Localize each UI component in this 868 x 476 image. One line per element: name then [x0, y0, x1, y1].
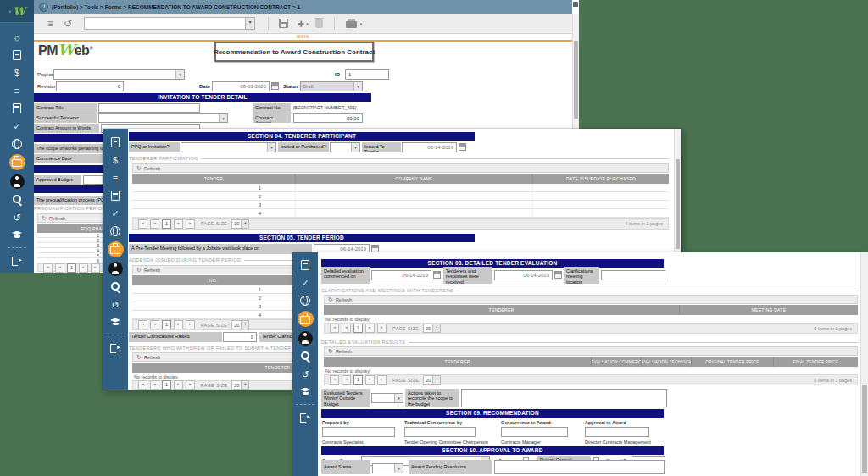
logout-icon[interactable]	[10, 255, 24, 267]
page-size-select[interactable]: 20	[423, 324, 441, 333]
award-pending-input[interactable]	[494, 460, 665, 474]
clarifications-location-input[interactable]	[601, 270, 665, 280]
user-avatar-icon[interactable]	[108, 262, 123, 276]
vertical-scrollbar[interactable]	[860, 252, 868, 476]
next-page-button[interactable]	[365, 375, 375, 385]
current-page[interactable]: 1	[67, 263, 76, 273]
scrollbar-thumb[interactable]	[574, 41, 578, 119]
refresh-button[interactable]: Refresh	[132, 163, 669, 173]
current-page[interactable]: 1	[162, 320, 171, 329]
graduation-cap-icon[interactable]	[298, 386, 312, 398]
search-icon[interactable]	[298, 351, 312, 363]
last-page-button[interactable]	[186, 219, 195, 229]
project-select[interactable]	[53, 69, 185, 80]
clarifications-raised-input[interactable]: 0	[223, 332, 257, 342]
next-page-button[interactable]	[174, 380, 183, 390]
first-page-button[interactable]	[330, 324, 339, 333]
prev-page-button[interactable]	[342, 324, 351, 333]
id-input[interactable]: 1	[345, 69, 389, 80]
logout-icon[interactable]	[108, 342, 122, 354]
responses-received-date-input[interactable]: 06-14-2019	[494, 270, 553, 280]
document-icon[interactable]	[108, 136, 122, 148]
print-menu-caret[interactable]: ▾	[360, 21, 363, 26]
prev-page-button[interactable]	[342, 375, 351, 385]
status-select[interactable]: Draft	[300, 81, 363, 91]
concurrence-award-input[interactable]	[501, 427, 568, 437]
last-page-button[interactable]	[377, 375, 387, 385]
document-icon[interactable]	[10, 49, 24, 61]
contract-title-input[interactable]	[98, 103, 200, 113]
invited-or-purchased-select[interactable]	[330, 142, 360, 152]
prepared-by-input[interactable]	[322, 427, 395, 437]
search-icon[interactable]	[108, 281, 122, 293]
prev-page-button[interactable]	[55, 263, 64, 273]
actions-taken-input[interactable]	[461, 389, 667, 407]
evaluated-tenders-select[interactable]	[371, 393, 403, 403]
next-page-button[interactable]	[79, 263, 88, 273]
detailed-evaluation-date-input[interactable]: 06-14-2019	[371, 270, 431, 280]
award-status-select[interactable]	[372, 463, 403, 473]
last-page-button[interactable]	[186, 380, 195, 390]
dollar-icon[interactable]: $	[10, 67, 24, 79]
prev-page-button[interactable]	[150, 320, 159, 329]
successful-tenderer-select[interactable]	[98, 113, 228, 123]
history-icon[interactable]: ↺	[298, 368, 312, 380]
history-icon[interactable]: ↺	[108, 299, 122, 311]
next-page-button[interactable]	[174, 320, 183, 329]
print-icon[interactable]	[346, 21, 357, 28]
scrollbar-thumb[interactable]	[676, 159, 680, 249]
search-icon[interactable]	[10, 194, 24, 206]
save-icon[interactable]	[279, 19, 288, 28]
calculator-icon[interactable]	[10, 102, 24, 114]
first-page-button[interactable]	[138, 320, 147, 329]
list-lines-icon[interactable]: ≡	[10, 85, 24, 97]
table-row[interactable]: 3	[132, 201, 669, 209]
briefcase-icon[interactable]	[9, 154, 25, 170]
calendar-icon[interactable]	[459, 143, 466, 151]
breadcrumb[interactable]: (Portfolio) > Tools > Forms > RECOMMENDA…	[52, 4, 305, 10]
dollar-icon[interactable]: $	[108, 154, 122, 166]
last-page-button[interactable]	[91, 263, 100, 273]
calendar-icon[interactable]	[271, 82, 279, 90]
scrollbar-thumb[interactable]	[862, 385, 867, 473]
current-page[interactable]: 1	[353, 324, 363, 333]
prev-page-button[interactable]	[150, 380, 159, 390]
graduation-cap-icon[interactable]	[108, 317, 122, 329]
check-icon[interactable]: ✓	[108, 208, 122, 219]
approval-award-input[interactable]	[585, 427, 649, 437]
table-row[interactable]: 2	[132, 192, 669, 201]
first-page-button[interactable]	[43, 263, 53, 273]
record-selector-combobox[interactable]	[84, 17, 255, 30]
globe-icon[interactable]	[298, 295, 312, 307]
table-row[interactable]: 4	[132, 209, 669, 218]
ppq-or-invitation-select[interactable]	[181, 142, 276, 152]
globe-icon[interactable]	[10, 138, 24, 150]
page-size-select[interactable]: 20	[423, 375, 441, 385]
contract-amount-input[interactable]: $0.00	[293, 113, 363, 123]
list-lines-icon[interactable]: ≡	[108, 172, 122, 184]
technical-concurrence-input[interactable]	[404, 427, 476, 437]
first-page-button[interactable]	[330, 375, 339, 385]
date-input[interactable]: 08-03-2020	[212, 81, 270, 91]
current-page[interactable]: 1	[162, 219, 171, 229]
next-page-button[interactable]	[174, 219, 183, 229]
scroll-top-icon[interactable]	[573, 2, 578, 7]
prev-page-button[interactable]	[150, 219, 159, 229]
delete-icon[interactable]	[315, 19, 323, 28]
list-view-icon[interactable]: ≡	[47, 19, 53, 29]
user-avatar-icon[interactable]	[298, 331, 313, 346]
undo-icon[interactable]: ↺	[64, 19, 72, 29]
page-size-select[interactable]: 20	[231, 380, 249, 390]
calculator-icon[interactable]	[298, 259, 312, 271]
last-page-button[interactable]	[186, 320, 195, 329]
check-icon[interactable]: ✓	[298, 277, 312, 289]
user-avatar-icon[interactable]	[10, 174, 25, 189]
revision-input[interactable]: 0	[56, 81, 124, 91]
bulb-icon[interactable]: ☼	[10, 31, 24, 43]
calendar-icon[interactable]	[433, 271, 441, 279]
globe-icon[interactable]	[108, 225, 122, 237]
add-icon[interactable]: +	[298, 19, 304, 29]
graduation-cap-icon[interactable]	[10, 230, 24, 241]
table-row[interactable]: 1	[132, 184, 669, 192]
calendar-icon[interactable]	[554, 271, 562, 279]
